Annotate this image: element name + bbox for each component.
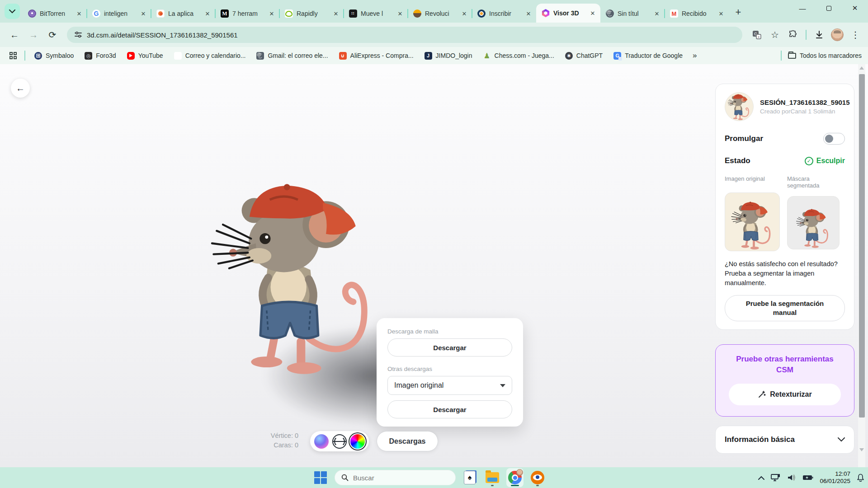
file-explorer-icon[interactable]: [484, 468, 501, 487]
format-select[interactable]: Imagen original: [387, 376, 512, 395]
tab-close-icon[interactable]: ✕: [460, 9, 468, 18]
session-sidebar: SESIÓN_1736161382_59015 Creado porCanal …: [715, 84, 854, 454]
scrollbar-thumb[interactable]: [859, 74, 865, 418]
bookmark-aliexpress[interactable]: ∪AliExpress - Compra...: [335, 50, 418, 61]
retexture-button[interactable]: Retexturizar: [729, 384, 841, 405]
other-download-button[interactable]: Descargar: [387, 400, 512, 418]
globe-icon: [606, 9, 614, 18]
site-settings-icon[interactable]: [74, 31, 82, 39]
tab-close-icon[interactable]: ✕: [717, 9, 725, 18]
start-button[interactable]: [312, 469, 329, 486]
segmented-mask-label: Máscara segmentada: [787, 175, 841, 189]
tab-rapidly[interactable]: Rapidly✕: [279, 5, 344, 23]
address-bar[interactable]: 3d.csm.ai/detail/SESSION_1736161382_5901…: [67, 27, 742, 43]
original-image-thumbnail[interactable]: [725, 192, 780, 251]
minimize-button[interactable]: —: [789, 0, 816, 16]
browser-toolbar: ← → ⟳ 3d.csm.ai/detail/SESSION_173616138…: [0, 23, 868, 47]
clock[interactable]: 12:07 06/01/2025: [820, 470, 850, 485]
downloads-toggle-button[interactable]: Descargas: [377, 431, 438, 451]
mouse-3d-model[interactable]: [209, 176, 381, 379]
reload-icon[interactable]: ⟳: [44, 27, 61, 43]
promulgar-toggle[interactable]: [823, 133, 845, 145]
close-button[interactable]: ✕: [842, 0, 868, 16]
chrome-taskbar-icon[interactable]: [506, 468, 524, 487]
volume-icon[interactable]: [787, 474, 796, 481]
tab-close-icon[interactable]: ✕: [268, 9, 276, 18]
downloads-icon[interactable]: [811, 27, 827, 43]
bookmark-translate[interactable]: GTraductor de Google: [609, 50, 687, 61]
network-display-icon[interactable]: [771, 474, 781, 482]
extensions-icon[interactable]: [785, 27, 801, 43]
tab-la-aplica[interactable]: La aplica✕: [151, 5, 215, 23]
manual-segmentation-button[interactable]: Pruebe la segmentación manual: [725, 295, 845, 321]
bookmark-chess[interactable]: ♟Chess.com - Juega...: [479, 50, 559, 61]
wireframe-globe-button[interactable]: [332, 434, 347, 449]
bookmark-jimdo[interactable]: JJIMDO_login: [420, 50, 477, 61]
tab-recibido[interactable]: MRecibido✕: [665, 5, 729, 23]
tab-close-icon[interactable]: ✕: [653, 9, 661, 18]
session-created-by: Creado porCanal 1 Solimán: [760, 108, 850, 115]
color-wheel-button[interactable]: [350, 434, 365, 449]
shaded-sphere-button[interactable]: [314, 434, 329, 449]
all-bookmarks[interactable]: Todos los marcadores: [778, 51, 862, 61]
tab-revoluci[interactable]: Revoluci✕: [408, 5, 472, 23]
bookmark-gmail[interactable]: Gmail: el correo ele...: [252, 50, 332, 61]
basic-info-title: Información básica: [725, 435, 795, 444]
taskbar-search[interactable]: [335, 470, 456, 485]
page-scrollbar[interactable]: [858, 64, 865, 467]
toolbar-actions: Gx ☆ ⋮: [749, 27, 863, 43]
tab-close-icon[interactable]: ✕: [396, 9, 404, 18]
notifications-bell-icon[interactable]: [857, 474, 864, 482]
search-input[interactable]: [353, 474, 439, 482]
basic-info-section[interactable]: Información básica: [715, 426, 854, 454]
new-tab-button[interactable]: +: [731, 5, 745, 19]
bookmark-star-icon[interactable]: ☆: [767, 27, 783, 43]
session-thumbnail: [725, 92, 754, 121]
tab-inteligen[interactable]: Ginteligen✕: [87, 5, 151, 23]
forward-icon[interactable]: →: [25, 27, 42, 43]
solitaire-app-icon[interactable]: ♠: [461, 468, 478, 487]
chevron-down-icon: [500, 384, 505, 387]
bookmark-foro3d[interactable]: ◎Foro3d: [80, 50, 120, 61]
apps-grid-icon[interactable]: [6, 49, 20, 62]
tab-close-icon[interactable]: ✕: [524, 9, 533, 18]
tab-close-icon[interactable]: ✕: [332, 9, 340, 18]
back-button[interactable]: ←: [11, 79, 30, 98]
tab-inscribir[interactable]: Inscribir✕: [472, 5, 536, 23]
original-image-label: Imagen original: [725, 175, 787, 189]
tab-search-button[interactable]: [5, 4, 20, 19]
mesh-download-button[interactable]: Descargar: [387, 338, 512, 357]
tab-sin-titulo[interactable]: Sin títul✕: [600, 5, 665, 23]
restore-button[interactable]: [816, 0, 842, 16]
battery-icon[interactable]: [802, 474, 813, 481]
tab-7-herram[interactable]: M7 herram✕: [215, 5, 279, 23]
back-icon[interactable]: ←: [6, 27, 23, 43]
tab-close-icon[interactable]: ✕: [75, 9, 83, 18]
magic-wand-icon: [758, 390, 766, 399]
csm-logo-icon: [542, 9, 550, 17]
window-controls: — ✕: [789, 0, 868, 16]
bookmark-youtube[interactable]: YouTube: [123, 50, 168, 61]
hidden-icons-chevron[interactable]: [758, 476, 764, 480]
tray-date: 06/01/2025: [820, 478, 850, 485]
scroll-up-arrow[interactable]: [859, 66, 864, 70]
blender-app-icon[interactable]: [529, 468, 546, 487]
bookmark-correo[interactable]: Correo y calendario...: [170, 50, 250, 61]
translate-icon[interactable]: Gx: [749, 27, 765, 43]
tab-close-icon[interactable]: ✕: [203, 9, 212, 18]
download-card: Descarga de malla Descargar Otras descar…: [377, 318, 523, 427]
estado-value: ✓ Esculpir: [805, 157, 845, 165]
segmented-mask-thumbnail[interactable]: [787, 196, 840, 249]
profile-avatar[interactable]: [829, 27, 845, 43]
tab-close-icon[interactable]: ✕: [589, 9, 597, 17]
tab-close-icon[interactable]: ✕: [139, 9, 147, 18]
tab-bittorrent[interactable]: BitTorren✕: [23, 5, 87, 23]
scroll-down-arrow[interactable]: [859, 448, 864, 451]
chevron-down-icon: [838, 437, 845, 442]
bookmarks-overflow-chevron[interactable]: »: [689, 50, 700, 61]
bookmark-symbaloo[interactable]: ⊞Symbaloo: [30, 50, 78, 61]
menu-kebab-icon[interactable]: ⋮: [847, 27, 863, 43]
bookmark-chatgpt[interactable]: ∗ChatGPT: [561, 50, 607, 61]
tab-visor-3d-active[interactable]: Visor 3D✕: [536, 4, 600, 23]
tab-mueve[interactable]: ∷Mueve l✕: [344, 5, 408, 23]
